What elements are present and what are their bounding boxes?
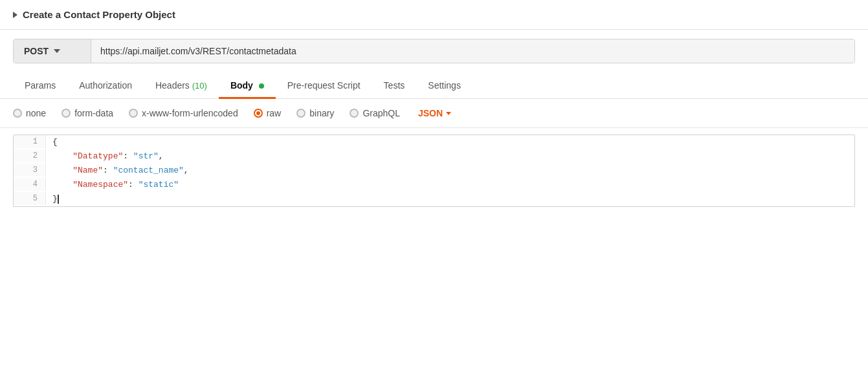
option-binary[interactable]: binary <box>296 108 334 118</box>
tabs-bar: Params Authorization Headers (10) Body P… <box>0 72 868 99</box>
cursor <box>58 195 59 204</box>
option-graphql[interactable]: GraphQL <box>350 108 400 118</box>
code-line-3: 3 "Name": "contact_name", <box>14 164 854 178</box>
radio-x-www-form-urlencoded <box>129 109 138 118</box>
radio-graphql <box>350 109 359 118</box>
method-selector[interactable]: POST <box>14 39 91 63</box>
line-content-5: } <box>46 192 854 206</box>
headers-badge: (10) <box>192 81 207 91</box>
tab-body[interactable]: Body <box>219 72 276 98</box>
line-num-3: 3 <box>14 164 46 177</box>
radio-none <box>13 109 22 118</box>
json-dropdown-icon <box>446 112 451 115</box>
option-x-www-form-urlencoded[interactable]: x-www-form-urlencoded <box>129 108 238 118</box>
tab-authorization[interactable]: Authorization <box>67 72 144 98</box>
radio-binary <box>296 109 306 118</box>
code-line-4: 4 "Namespace": "static" <box>14 178 854 192</box>
chevron-right-icon <box>13 12 17 18</box>
section-header: Create a Contact Property Object <box>0 0 868 30</box>
code-line-1: 1 { <box>14 135 854 149</box>
section-title: Create a Contact Property Object <box>23 9 175 20</box>
radio-form-data <box>61 109 71 118</box>
radio-raw <box>254 109 263 118</box>
tab-tests[interactable]: Tests <box>372 72 417 98</box>
body-options: none form-data x-www-form-urlencoded raw… <box>0 99 868 128</box>
main-container: Create a Contact Property Object POST Pa… <box>0 0 868 368</box>
json-format-dropdown[interactable]: JSON <box>418 108 451 118</box>
tab-headers[interactable]: Headers (10) <box>144 72 219 98</box>
tab-settings[interactable]: Settings <box>416 72 473 98</box>
method-label: POST <box>24 46 49 56</box>
tab-params[interactable]: Params <box>13 72 67 98</box>
json-format-label: JSON <box>418 108 443 118</box>
code-line-2: 2 "Datatype": "str", <box>14 149 854 164</box>
code-line-5: 5 } <box>14 192 854 206</box>
code-editor[interactable]: 1 { 2 "Datatype": "str", 3 "Name": "cont… <box>13 135 855 207</box>
tab-pre-request-script[interactable]: Pre-request Script <box>276 72 372 98</box>
line-num-4: 4 <box>14 178 46 191</box>
line-content-1: { <box>46 135 854 149</box>
body-active-dot <box>259 83 264 89</box>
option-form-data[interactable]: form-data <box>61 108 113 118</box>
line-content-3: "Name": "contact_name", <box>46 164 854 177</box>
method-dropdown-icon <box>54 49 60 53</box>
url-bar: POST <box>13 39 855 63</box>
option-none[interactable]: none <box>13 108 46 118</box>
line-num-1: 1 <box>14 135 46 148</box>
option-raw[interactable]: raw <box>254 108 282 118</box>
line-num-2: 2 <box>14 149 46 162</box>
line-num-5: 5 <box>14 192 46 205</box>
line-content-4: "Namespace": "static" <box>46 178 854 191</box>
url-input[interactable] <box>91 39 854 63</box>
line-content-2: "Datatype": "str", <box>46 149 854 163</box>
